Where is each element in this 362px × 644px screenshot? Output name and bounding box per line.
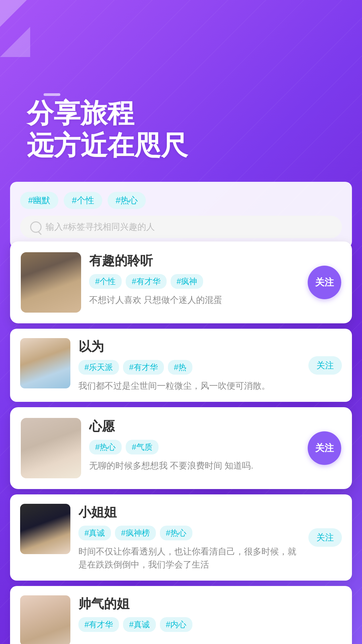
user-name-5: 帅气的姐	[78, 595, 342, 612]
tag-search-bar[interactable]: 输入#标签寻找相同兴趣的人	[20, 216, 342, 238]
user-tags-4: #真诚 #疯神榜 #热心	[78, 526, 300, 540]
user-info-5: 帅气的姐 #有才华 #真诚 #内心	[78, 595, 342, 637]
user-name-1: 有趣的聆听	[89, 252, 300, 269]
user-bio-2: 我们都不过是尘世间一粒微尘，风一吹便可消散。	[78, 379, 300, 392]
follow-btn-2[interactable]: 关注	[308, 356, 342, 375]
user-info-3: 心愿 #热心 #气质 无聊的时候多想想我 不要浪费时间 知道吗.	[89, 418, 300, 472]
user-avatar-1	[21, 252, 81, 313]
user-tags-1: #个性 #有才华 #疯神	[89, 274, 300, 289]
tag-4-2[interactable]: #热心	[160, 526, 192, 540]
user-info-4: 小姐姐 #真诚 #疯神榜 #热心 时间不仅让你看透别人，也让你看清自己，很多时候…	[78, 504, 300, 571]
tag-warm[interactable]: #热心	[108, 192, 146, 209]
header-section: 分享旅程 远方近在咫尺	[0, 57, 362, 182]
tag-5-1[interactable]: #真诚	[123, 617, 156, 632]
user-card-1: 有趣的聆听 #个性 #有才华 #疯神 不想讨人喜欢 只想做个迷人的混蛋 关注	[10, 241, 352, 323]
tag-2-1[interactable]: #有才华	[123, 360, 164, 375]
tag-4-1[interactable]: #疯神榜	[115, 526, 156, 540]
user-bio-4: 时间不仅让你看透别人，也让你看清自己，很多时候，就是在跌跌倒倒中，我们学会了生活	[78, 545, 300, 571]
user-avatar-3	[21, 418, 81, 478]
user-tags-5: #有才华 #真诚 #内心	[78, 617, 342, 632]
user-card-4: 小姐姐 #真诚 #疯神榜 #热心 时间不仅让你看透别人，也让你看清自己，很多时候…	[10, 494, 352, 581]
follow-btn-4[interactable]: 关注	[308, 528, 342, 547]
user-card-5: 帅气的姐 #有才华 #真诚 #内心	[10, 586, 352, 644]
tags-card: #幽默 #个性 #热心 输入#标签寻找相同兴趣的人	[10, 182, 352, 248]
tags-row: #幽默 #个性 #热心	[20, 192, 342, 209]
tag-5-2[interactable]: #内心	[160, 617, 192, 632]
user-avatar-2	[20, 338, 70, 388]
follow-btn-3[interactable]: 关注	[308, 431, 341, 465]
tag-humor[interactable]: #幽默	[20, 192, 58, 209]
tag-2-0[interactable]: #乐天派	[78, 360, 119, 375]
user-name-3: 心愿	[89, 418, 300, 435]
tag-personality[interactable]: #个性	[64, 192, 102, 209]
user-bio-1: 不想讨人喜欢 只想做个迷人的混蛋	[89, 293, 300, 307]
user-name-2: 以为	[78, 338, 300, 355]
tag-1-2[interactable]: #疯神	[171, 274, 203, 289]
user-info-1: 有趣的聆听 #个性 #有才华 #疯神 不想讨人喜欢 只想做个迷人的混蛋	[89, 252, 300, 307]
header-title-line2: 远方近在咫尺	[27, 129, 335, 162]
tag-1-1[interactable]: #有才华	[126, 274, 166, 289]
tag-4-0[interactable]: #真诚	[78, 526, 111, 540]
user-tags-3: #热心 #气质	[89, 440, 300, 454]
user-card-2: 以为 #乐天派 #有才华 #热 我们都不过是尘世间一粒微尘，风一吹便可消散。 关…	[10, 329, 352, 402]
user-card-3: 心愿 #热心 #气质 无聊的时候多想想我 不要浪费时间 知道吗. 关注	[10, 407, 352, 489]
tag-3-1[interactable]: #气质	[126, 440, 158, 454]
user-info-2: 以为 #乐天派 #有才华 #热 我们都不过是尘世间一粒微尘，风一吹便可消散。	[78, 338, 300, 392]
user-bio-3: 无聊的时候多想想我 不要浪费时间 知道吗.	[89, 459, 300, 472]
tag-3-0[interactable]: #热心	[89, 440, 122, 454]
search-placeholder: 输入#标签寻找相同兴趣的人	[46, 221, 155, 233]
tag-5-0[interactable]: #有才华	[78, 617, 119, 632]
user-tags-2: #乐天派 #有才华 #热	[78, 360, 300, 375]
header-title-line1: 分享旅程	[27, 97, 335, 129]
follow-btn-1[interactable]: 关注	[308, 266, 341, 299]
tag-2-2[interactable]: #热	[168, 360, 192, 375]
cards-container: #幽默 #个性 #热心 输入#标签寻找相同兴趣的人 有趣的聆听 #个性 #有才华…	[10, 182, 352, 644]
user-avatar-5	[20, 595, 70, 644]
user-name-4: 小姐姐	[78, 504, 300, 521]
tag-1-0[interactable]: #个性	[89, 274, 122, 289]
user-avatar-4	[20, 504, 70, 554]
search-icon	[30, 221, 42, 233]
